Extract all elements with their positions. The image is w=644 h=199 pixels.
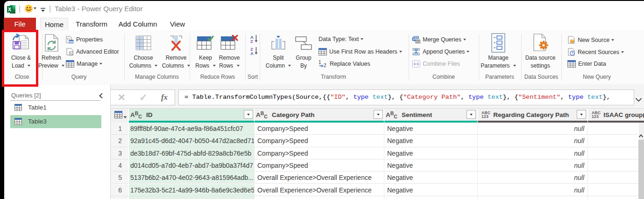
svg-text:A: A [250,51,254,55]
svg-text:2: 2 [324,63,326,68]
svg-text:X: X [8,7,11,12]
svg-text:1: 1 [318,60,321,65]
svg-text:Z: Z [250,39,253,43]
